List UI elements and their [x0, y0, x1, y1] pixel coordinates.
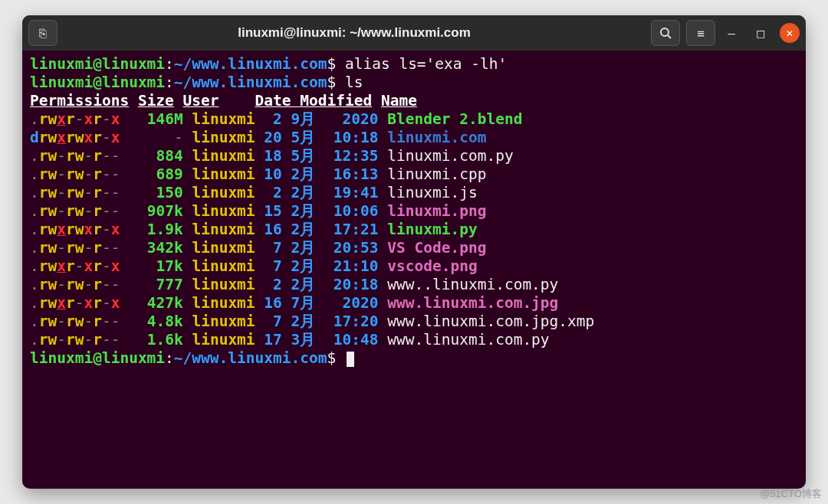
window-controls: — □ ✕ — [721, 23, 800, 43]
window-title: linuxmi@linuxmi: ~/www.linuxmi.com — [64, 25, 645, 41]
new-tab-icon: ⎘ — [39, 26, 47, 41]
watermark: @51CTO博客 — [760, 487, 822, 501]
listing-row: drwxrwxr-x - linuxmi 20 5月 10:18 linuxmi… — [30, 129, 798, 147]
terminal-line: linuxmi@linuxmi:~/www.linuxmi.com$ ls — [30, 74, 798, 92]
listing-row: .rw-rw-r-- 777 linuxmi 2 2月 20:18 www..l… — [30, 276, 798, 294]
listing-row: .rwxr-xr-x 146M linuxmi 2 9月 2020 Blende… — [30, 110, 798, 129]
terminal-line: linuxmi@linuxmi:~/www.linuxmi.com$ alias… — [30, 55, 798, 74]
listing-row: .rwxr-xr-x 17k linuxmi 7 2月 21:10 vscode… — [30, 257, 798, 276]
listing-row: .rw-rw-r-- 884 linuxmi 18 5月 12:35 linux… — [30, 147, 798, 165]
close-icon: ✕ — [786, 26, 793, 40]
terminal-body[interactable]: linuxmi@linuxmi:~/www.linuxmi.com$ alias… — [22, 51, 806, 489]
close-button[interactable]: ✕ — [780, 23, 800, 43]
minimize-button[interactable]: — — [721, 26, 741, 41]
listing-row: .rwxr-xr-x 427k linuxmi 16 7月 2020 www.l… — [30, 294, 798, 313]
svg-point-0 — [661, 28, 669, 36]
maximize-button[interactable]: □ — [751, 26, 770, 41]
svg-line-1 — [668, 35, 671, 38]
search-button[interactable] — [651, 20, 680, 46]
listing-row: .rw-rw-r-- 150 linuxmi 2 2月 19:41 linuxm… — [30, 184, 798, 202]
cursor — [347, 352, 354, 367]
hamburger-icon: ≡ — [697, 26, 705, 41]
listing-row: .rw-rw-r-- 689 linuxmi 10 2月 16:13 linux… — [30, 165, 798, 184]
menu-button[interactable]: ≡ — [686, 20, 715, 46]
listing-row: .rw-rw-r-- 1.6k linuxmi 17 3月 10:48 www.… — [30, 331, 798, 349]
listing-row: .rwxrwxr-x 1.9k linuxmi 16 2月 17:21 linu… — [30, 221, 798, 239]
search-icon — [659, 27, 672, 39]
listing-row: .rw-rw-r-- 342k linuxmi 7 2月 20:53 VS Co… — [30, 239, 798, 257]
titlebar: ⎘ linuxmi@linuxmi: ~/www.linuxmi.com ≡ —… — [22, 15, 806, 51]
new-tab-button[interactable]: ⎘ — [28, 20, 58, 46]
listing-header: Permissions Size User Date Modified Name — [30, 92, 798, 110]
terminal-line: linuxmi@linuxmi:~/www.linuxmi.com$ — [30, 349, 798, 368]
listing-row: .rw-rw-r-- 4.8k linuxmi 7 2月 17:20 www.l… — [30, 313, 798, 331]
terminal-window: ⎘ linuxmi@linuxmi: ~/www.linuxmi.com ≡ —… — [22, 15, 806, 489]
listing-row: .rw-rw-r-- 907k linuxmi 15 2月 10:06 linu… — [30, 202, 798, 221]
